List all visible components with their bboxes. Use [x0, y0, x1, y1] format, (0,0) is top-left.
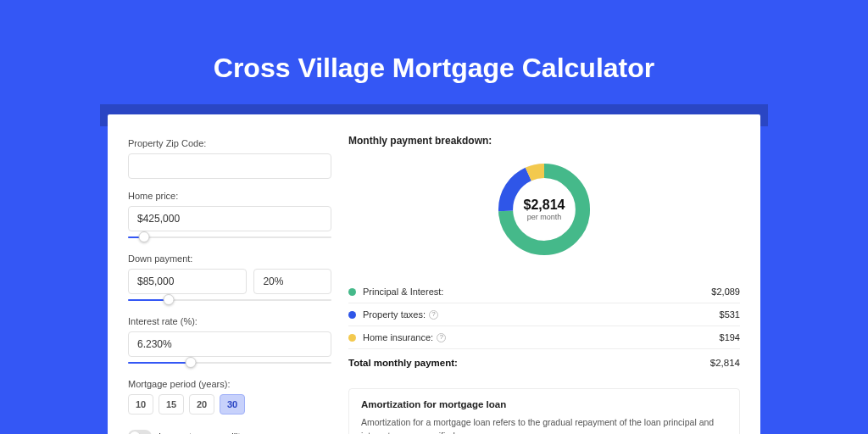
- home-price-label: Home price:: [128, 191, 331, 201]
- amortization-text: Amortization for a mortgage loan refers …: [361, 416, 727, 434]
- info-icon[interactable]: ?: [429, 310, 438, 320]
- donut-chart: $2,814 per month: [348, 147, 740, 275]
- interest-rate-slider[interactable]: [128, 359, 331, 367]
- amortization-title: Amortization for mortgage loan: [361, 399, 727, 409]
- breakdown-title: Monthly payment breakdown:: [348, 135, 740, 147]
- donut-sublabel: per month: [524, 213, 565, 221]
- home-price-input[interactable]: [128, 206, 331, 231]
- info-icon[interactable]: ?: [437, 333, 446, 342]
- down-payment-amount-input[interactable]: [128, 269, 247, 294]
- breakdown-panel: Monthly payment breakdown: $2,814 per mo…: [348, 135, 740, 434]
- legend-row: Property taxes:?$531: [348, 303, 740, 326]
- total-label: Total monthly payment:: [348, 358, 710, 368]
- amortization-box: Amortization for mortgage loan Amortizat…: [348, 388, 740, 434]
- legend-value: $2,089: [711, 287, 740, 297]
- interest-rate-label: Interest rate (%):: [128, 316, 331, 326]
- page-title: Cross Village Mortgage Calculator: [0, 0, 868, 104]
- down-payment-percent-input[interactable]: [253, 269, 331, 294]
- down-payment-slider[interactable]: [128, 296, 331, 304]
- legend-value: $531: [720, 309, 740, 320]
- mortgage-period-label: Mortgage period (years):: [128, 379, 331, 389]
- legend: Principal & Interest:$2,089Property taxe…: [348, 281, 740, 348]
- legend-label: Principal & Interest:: [363, 287, 711, 297]
- legend-dot: [348, 288, 356, 296]
- veteran-toggle[interactable]: [128, 430, 152, 434]
- legend-label: Property taxes:?: [363, 309, 720, 320]
- legend-value: $194: [720, 332, 740, 342]
- inputs-panel: Property Zip Code: Home price: Down paym…: [128, 135, 331, 434]
- legend-row: Home insurance:?$194: [348, 326, 740, 348]
- legend-row: Principal & Interest:$2,089: [348, 281, 740, 303]
- legend-label: Home insurance:?: [363, 332, 720, 342]
- calculator-card: Property Zip Code: Home price: Down paym…: [108, 114, 760, 434]
- home-price-slider[interactable]: [128, 233, 331, 242]
- total-value: $2,814: [710, 358, 740, 368]
- period-option-20[interactable]: 20: [189, 394, 214, 415]
- legend-dot: [348, 311, 356, 319]
- period-option-15[interactable]: 15: [159, 394, 184, 415]
- donut-amount: $2,814: [524, 198, 565, 213]
- slider-thumb[interactable]: [139, 231, 150, 242]
- zip-input[interactable]: [128, 153, 331, 179]
- period-option-30[interactable]: 30: [220, 394, 245, 415]
- slider-thumb[interactable]: [164, 294, 175, 305]
- slider-thumb[interactable]: [186, 357, 197, 368]
- down-payment-label: Down payment:: [128, 253, 331, 264]
- zip-label: Property Zip Code:: [128, 138, 331, 148]
- mortgage-period-group: 10152030: [128, 394, 331, 415]
- legend-dot: [348, 334, 356, 342]
- interest-rate-input[interactable]: [128, 331, 331, 357]
- period-option-10[interactable]: 10: [128, 394, 153, 415]
